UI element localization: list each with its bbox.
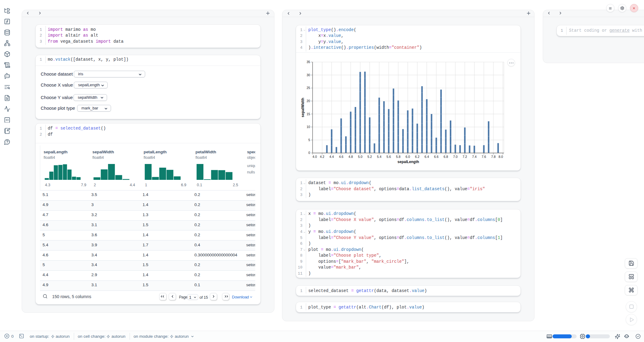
svg-text:8.0: 8.0 bbox=[499, 155, 503, 159]
svg-text:6.6: 6.6 bbox=[434, 155, 438, 159]
svg-text:4.8: 4.8 bbox=[349, 155, 353, 159]
svg-text:5.2: 5.2 bbox=[367, 155, 372, 159]
svg-text:sepalWidth: sepalWidth bbox=[301, 98, 305, 117]
svg-text:7.6: 7.6 bbox=[481, 155, 486, 159]
svg-text:25: 25 bbox=[307, 86, 310, 90]
svg-text:35: 35 bbox=[307, 60, 310, 64]
svg-text:7.4: 7.4 bbox=[472, 155, 477, 159]
svg-text:7.8: 7.8 bbox=[491, 155, 496, 159]
svg-text:5: 5 bbox=[308, 138, 310, 142]
svg-text:5.0: 5.0 bbox=[358, 155, 363, 159]
svg-text:30: 30 bbox=[307, 73, 310, 77]
svg-text:6.0: 6.0 bbox=[406, 155, 410, 159]
svg-text:6.8: 6.8 bbox=[444, 155, 448, 159]
svg-text:5.8: 5.8 bbox=[396, 155, 401, 159]
svg-text:0: 0 bbox=[308, 151, 310, 155]
svg-text:5.6: 5.6 bbox=[386, 155, 391, 159]
svg-text:6.2: 6.2 bbox=[415, 155, 420, 159]
svg-text:15: 15 bbox=[307, 112, 310, 116]
svg-text:4.2: 4.2 bbox=[320, 155, 324, 159]
svg-text:sepalLength: sepalLength bbox=[398, 160, 419, 164]
svg-text:7.0: 7.0 bbox=[453, 155, 458, 159]
svg-text:5.4: 5.4 bbox=[377, 155, 381, 159]
svg-text:4.4: 4.4 bbox=[329, 155, 334, 159]
svg-text:4.6: 4.6 bbox=[339, 155, 343, 159]
svg-text:6.4: 6.4 bbox=[424, 155, 429, 159]
svg-text:10: 10 bbox=[307, 125, 310, 129]
svg-text:20: 20 bbox=[307, 99, 310, 103]
svg-text:4.0: 4.0 bbox=[313, 155, 317, 159]
svg-text:7.2: 7.2 bbox=[463, 155, 467, 159]
